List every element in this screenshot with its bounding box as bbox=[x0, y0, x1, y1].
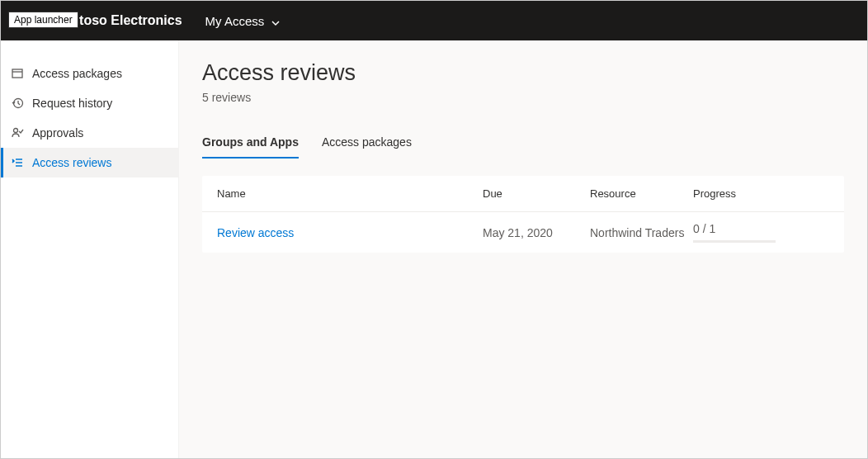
cell-due: May 21, 2020 bbox=[483, 226, 590, 239]
progress-bar bbox=[693, 240, 776, 243]
column-header-due[interactable]: Due bbox=[483, 187, 590, 200]
history-icon bbox=[11, 97, 24, 110]
sidebar-item-request-history[interactable]: Request history bbox=[1, 88, 178, 118]
sidebar-item-approvals[interactable]: Approvals bbox=[1, 118, 178, 148]
review-name-link[interactable]: Review access bbox=[217, 226, 294, 239]
chevron-down-icon bbox=[271, 17, 279, 25]
sidebar-item-access-reviews[interactable]: Access reviews bbox=[1, 148, 178, 177]
page-title: Access reviews bbox=[202, 60, 844, 86]
svg-point-3 bbox=[14, 129, 18, 133]
tab-groups-and-apps[interactable]: Groups and Apps bbox=[202, 135, 299, 159]
cell-progress: 0 / 1 bbox=[693, 222, 829, 243]
tabs: Groups and Apps Access packages bbox=[202, 135, 844, 159]
tab-access-packages[interactable]: Access packages bbox=[322, 135, 412, 159]
sidebar-item-label: Request history bbox=[32, 97, 112, 110]
approvals-icon bbox=[11, 126, 24, 140]
package-icon bbox=[11, 67, 24, 80]
app-header: App launcher Contoso Electronics My Acce… bbox=[1, 1, 867, 40]
sidebar-item-label: Access packages bbox=[32, 67, 122, 80]
my-access-dropdown[interactable]: My Access bbox=[205, 14, 280, 28]
sidebar-item-access-packages[interactable]: Access packages bbox=[1, 59, 178, 88]
table-row: Review access May 21, 2020 Northwind Tra… bbox=[202, 212, 844, 253]
sidebar: Access packages Request history Approval… bbox=[1, 40, 179, 458]
main-content: Access reviews 5 reviews Groups and Apps… bbox=[179, 40, 867, 458]
column-header-resource[interactable]: Resource bbox=[590, 187, 693, 200]
page-subtitle: 5 reviews bbox=[202, 91, 844, 104]
reviews-table: Name Due Resource Progress Review access… bbox=[202, 176, 844, 253]
reviews-icon bbox=[11, 156, 24, 169]
tooltip: App launcher bbox=[8, 12, 78, 28]
cell-resource: Northwind Traders bbox=[590, 226, 693, 239]
sidebar-item-label: Access reviews bbox=[32, 156, 111, 169]
svg-rect-0 bbox=[12, 69, 22, 78]
table-header: Name Due Resource Progress bbox=[202, 176, 844, 212]
sidebar-item-label: Approvals bbox=[32, 126, 83, 140]
column-header-progress[interactable]: Progress bbox=[693, 187, 829, 200]
nav-dropdown-label: My Access bbox=[205, 14, 265, 28]
column-header-name[interactable]: Name bbox=[217, 187, 483, 200]
